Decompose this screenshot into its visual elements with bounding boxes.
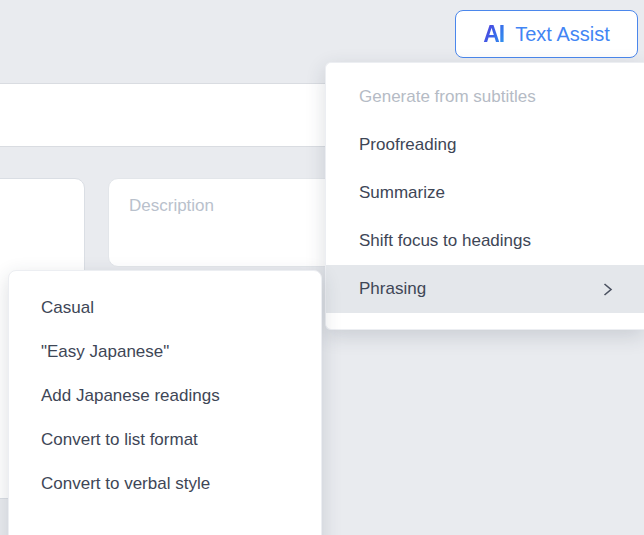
submenu-item-label: Convert to list format	[41, 430, 198, 450]
menu-item-label: Generate from subtitles	[359, 87, 536, 107]
submenu-item-label: Convert to verbal style	[41, 474, 210, 494]
phrasing-submenu: Casual "Easy Japanese" Add Japanese read…	[8, 270, 322, 535]
menu-item-label: Phrasing	[359, 279, 426, 299]
description-placeholder: Description	[129, 196, 214, 215]
menu-item-label: Proofreading	[359, 135, 456, 155]
menu-item-proofreading[interactable]: Proofreading	[326, 121, 644, 169]
chevron-right-icon	[601, 282, 614, 297]
submenu-item-label: Casual	[41, 298, 94, 318]
submenu-item-convert-to-list-format[interactable]: Convert to list format	[9, 418, 321, 462]
text-assist-menu: Generate from subtitles Proofreading Sum…	[325, 62, 644, 330]
submenu-item-label: Add Japanese readings	[41, 386, 220, 406]
menu-item-label: Summarize	[359, 183, 445, 203]
menu-item-shift-focus-to-headings[interactable]: Shift focus to headings	[326, 217, 644, 265]
menu-item-generate-from-subtitles[interactable]: Generate from subtitles	[326, 73, 644, 121]
ai-logo-icon: AI	[483, 23, 504, 46]
submenu-item-convert-to-verbal-style[interactable]: Convert to verbal style	[9, 462, 321, 506]
submenu-item-easy-japanese[interactable]: "Easy Japanese"	[9, 330, 321, 374]
submenu-item-add-japanese-readings[interactable]: Add Japanese readings	[9, 374, 321, 418]
text-assist-label: Text Assist	[515, 23, 609, 46]
menu-item-summarize[interactable]: Summarize	[326, 169, 644, 217]
submenu-item-label: "Easy Japanese"	[41, 342, 169, 362]
menu-item-phrasing[interactable]: Phrasing	[326, 265, 644, 313]
menu-item-label: Shift focus to headings	[359, 231, 531, 251]
text-assist-button[interactable]: AI Text Assist	[455, 10, 638, 58]
submenu-item-casual[interactable]: Casual	[9, 286, 321, 330]
